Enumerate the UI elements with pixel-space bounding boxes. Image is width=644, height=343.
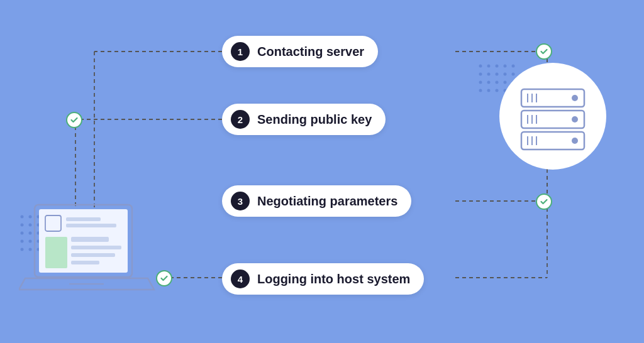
svg-point-55: [496, 89, 499, 92]
svg-rect-78: [45, 237, 67, 268]
main-container: 1 Contacting server 2 Sending public key…: [0, 0, 644, 343]
server-icon: [512, 77, 594, 158]
svg-point-39: [487, 65, 491, 68]
check-badge-1: [536, 43, 552, 60]
check-badge-3: [536, 193, 552, 210]
svg-point-40: [496, 65, 499, 68]
svg-point-45: [496, 73, 499, 76]
svg-point-53: [479, 89, 482, 92]
laptop-illustration: [19, 202, 157, 312]
step-2-number: 2: [231, 110, 250, 129]
svg-point-67: [572, 116, 578, 122]
svg-rect-77: [66, 217, 101, 221]
step-1-label: Contacting server: [257, 45, 364, 59]
svg-point-62: [572, 95, 578, 101]
step-1-number: 1: [231, 42, 250, 61]
svg-point-38: [479, 65, 482, 68]
svg-point-50: [496, 81, 499, 84]
svg-point-54: [487, 89, 491, 92]
server-illustration: [499, 63, 606, 173]
svg-rect-82: [71, 261, 99, 264]
svg-rect-80: [71, 246, 121, 249]
step-3-number: 3: [231, 192, 250, 210]
step-3-label: Negotiating parameters: [257, 194, 397, 209]
svg-point-44: [487, 73, 491, 76]
step-4-pill: 4 Logging into host system: [222, 263, 424, 295]
laptop-svg: [19, 202, 157, 312]
svg-point-43: [479, 73, 482, 76]
step-3-pill: 3 Negotiating parameters: [222, 185, 411, 217]
svg-rect-81: [71, 253, 115, 257]
svg-point-49: [487, 81, 491, 84]
check-badge-4: [156, 270, 172, 286]
svg-point-72: [572, 138, 578, 144]
step-4-number: 4: [231, 270, 250, 288]
step-4-label: Logging into host system: [257, 272, 410, 286]
svg-rect-79: [71, 237, 109, 242]
svg-rect-76: [66, 224, 116, 227]
svg-point-48: [479, 81, 482, 84]
check-badge-2: [66, 112, 82, 128]
step-2-label: Sending public key: [257, 112, 372, 127]
step-2-pill: 2 Sending public key: [222, 104, 386, 135]
step-1-pill: 1 Contacting server: [222, 36, 378, 67]
